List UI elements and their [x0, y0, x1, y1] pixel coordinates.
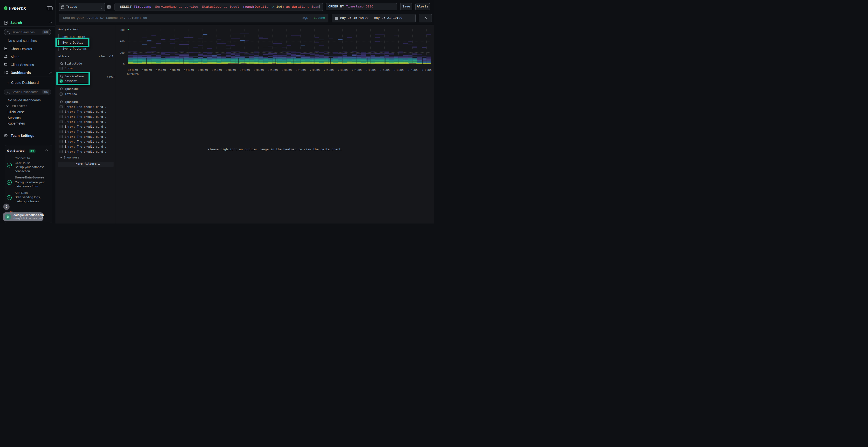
svg-text:6:30pm: 6:30pm — [282, 68, 292, 72]
svg-text:5:15pm: 5:15pm — [212, 68, 222, 72]
svg-text:0: 0 — [123, 63, 125, 66]
svg-text:5/26/25: 5/26/25 — [127, 72, 138, 76]
svg-text:6:15pm: 6:15pm — [268, 68, 278, 72]
svg-text:8:30pm: 8:30pm — [394, 68, 404, 72]
svg-text:3:45pm: 3:45pm — [128, 68, 138, 72]
svg-text:4:15pm: 4:15pm — [156, 68, 166, 72]
svg-text:5:30pm: 5:30pm — [226, 68, 236, 72]
svg-text:600: 600 — [120, 28, 125, 32]
svg-text:6:00pm: 6:00pm — [254, 68, 264, 72]
svg-text:8:15pm: 8:15pm — [379, 68, 390, 72]
svg-text:7:15pm: 7:15pm — [323, 68, 334, 72]
svg-text:5:00pm: 5:00pm — [198, 68, 208, 72]
svg-text:5:45pm: 5:45pm — [240, 68, 250, 72]
svg-text:8:45pm: 8:45pm — [407, 68, 417, 72]
svg-text:400: 400 — [120, 40, 125, 43]
svg-text:8:00pm: 8:00pm — [366, 68, 376, 72]
svg-text:4:30pm: 4:30pm — [170, 68, 180, 72]
svg-text:4:00pm: 4:00pm — [142, 68, 152, 72]
svg-text:7:30pm: 7:30pm — [338, 68, 348, 72]
svg-text:200: 200 — [120, 51, 125, 55]
svg-text:6:45pm: 6:45pm — [296, 68, 306, 72]
svg-text:9:00pm: 9:00pm — [422, 68, 432, 72]
svg-text:7:00pm: 7:00pm — [310, 68, 320, 72]
svg-text:4:45pm: 4:45pm — [184, 68, 194, 72]
svg-text:7:45pm: 7:45pm — [351, 68, 362, 72]
